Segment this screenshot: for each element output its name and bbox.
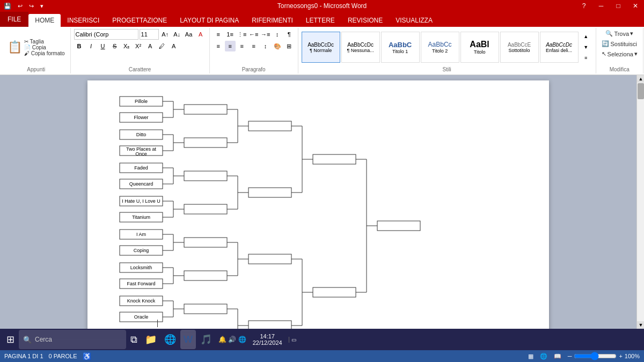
- bold-btn[interactable]: B: [74, 41, 85, 51]
- styles-expand-btn[interactable]: ≡: [581, 53, 591, 63]
- vertical-scrollbar[interactable]: ▲ ▼: [636, 75, 644, 329]
- tab-lettere[interactable]: LETTERE: [299, 14, 341, 27]
- font-name-input[interactable]: [74, 29, 138, 40]
- style-normale[interactable]: AaBbCcDc ¶ Normale: [302, 32, 340, 63]
- file-explorer-btn[interactable]: 📁: [142, 330, 160, 349]
- shading-btn[interactable]: A: [169, 41, 179, 51]
- scroll-up-btn[interactable]: ▲: [637, 75, 644, 83]
- increase-indent-btn[interactable]: →≡: [260, 29, 271, 40]
- styles-down-btn[interactable]: ▼: [581, 42, 591, 53]
- justify-btn[interactable]: ≡: [248, 41, 259, 51]
- clock[interactable]: 14:17 22/12/2024: [248, 333, 287, 346]
- subscript-btn[interactable]: X₂: [121, 41, 132, 51]
- paste-btn[interactable]: 📋 ✂ Taglia 📄 Copia 🖌 Copia formato: [5, 38, 67, 57]
- font-size-input[interactable]: [140, 29, 159, 40]
- customize-qat-btn[interactable]: ▾: [39, 3, 45, 10]
- show-desktop-btn[interactable]: ▭: [289, 337, 296, 343]
- scroll-thumb[interactable]: [638, 83, 644, 99]
- styles-gallery: AaBbCcDc ¶ Normale AaBbCcDc ¶ Nessuna...…: [302, 29, 592, 65]
- search-bar[interactable]: 🔍 Cerca: [19, 330, 126, 349]
- tab-layout[interactable]: LAYOUT DI PAGINA: [173, 14, 245, 27]
- zoom-in-btn[interactable]: +: [619, 353, 622, 359]
- sort-btn[interactable]: ↕: [272, 29, 283, 40]
- chrome-btn[interactable]: 🌐: [161, 330, 179, 349]
- borders-btn[interactable]: ⊞: [284, 41, 295, 51]
- svg-text:Oracle: Oracle: [134, 314, 149, 320]
- superscript-btn[interactable]: X²: [133, 41, 144, 51]
- line-spacing-btn[interactable]: ↕: [260, 41, 271, 51]
- clipboard-controls: 📋 ✂ Taglia 📄 Copia 🖌 Copia formato: [5, 29, 67, 65]
- style-enfasi-label: Enfasi deli...: [546, 48, 572, 53]
- style-sottotitolo[interactable]: AaBbCcE Sottotitolo: [500, 32, 539, 63]
- svg-text:Faded: Faded: [134, 165, 148, 171]
- tab-revisione[interactable]: REVISIONE: [341, 14, 389, 27]
- scroll-down-btn[interactable]: ▼: [637, 321, 644, 329]
- maximize-btn[interactable]: □: [610, 0, 627, 12]
- trova-btn[interactable]: 🔍Trova▾: [603, 29, 635, 38]
- taglia-btn[interactable]: ✂ Taglia: [24, 39, 65, 45]
- style-titolo2[interactable]: AaBbCc Titolo 2: [421, 32, 459, 63]
- tab-riferimenti[interactable]: RIFERIMENTI: [245, 14, 299, 27]
- task-view-btn[interactable]: ⧉: [127, 330, 141, 349]
- zoom-out-btn[interactable]: ─: [568, 353, 572, 359]
- align-left-btn[interactable]: ≡: [213, 41, 224, 51]
- tab-visualizza[interactable]: VISUALIZZA: [389, 14, 439, 27]
- copia-btn[interactable]: 📄 Copia: [24, 45, 65, 50]
- help-btn[interactable]: ?: [575, 0, 592, 12]
- svg-rect-101: [313, 154, 356, 164]
- clipboard-group: 📋 ✂ Taglia 📄 Copia 🖌 Copia formato Appun…: [2, 28, 71, 73]
- align-right-btn[interactable]: ≡: [237, 41, 247, 51]
- styles-up-btn[interactable]: ▲: [581, 31, 591, 42]
- word-btn[interactable]: W: [180, 330, 196, 349]
- spotify-btn[interactable]: 🎵: [197, 330, 215, 349]
- start-btn[interactable]: ⊞: [3, 330, 18, 349]
- clock-time: 14:17: [253, 333, 282, 339]
- highlight-btn[interactable]: 🖊: [157, 41, 167, 51]
- bullets-btn[interactable]: ≡: [213, 29, 224, 40]
- document-page[interactable]: Pillole Flower Ditto Two Places at Once: [87, 80, 549, 329]
- tab-progettazione[interactable]: PROGETTAZIONE: [106, 14, 173, 27]
- style-titolo2-label: Titolo 2: [432, 48, 448, 54]
- strikethrough-btn[interactable]: S: [109, 41, 120, 51]
- underline-btn[interactable]: U: [98, 41, 108, 51]
- save-qat-btn[interactable]: 💾: [2, 3, 13, 10]
- decrease-indent-btn[interactable]: ←≡: [248, 29, 259, 40]
- close-btn[interactable]: ✕: [627, 0, 644, 12]
- view-web-btn[interactable]: 🌐: [540, 353, 547, 360]
- taskbar: ⊞ 🔍 Cerca ⧉ 📁 🌐 W 🎵 🔔 🔊 🌐 14:17 22/12/20…: [0, 329, 644, 350]
- minimize-btn[interactable]: ─: [592, 0, 610, 12]
- align-center-btn[interactable]: ≡: [225, 41, 236, 51]
- style-titolo1-label: Titolo 1: [392, 49, 408, 54]
- copia-formato-btn[interactable]: 🖌 Copia formato: [24, 50, 65, 56]
- view-read-btn[interactable]: 📖: [554, 353, 561, 360]
- clear-format-btn[interactable]: A: [195, 29, 206, 40]
- text-color-btn[interactable]: A: [145, 41, 156, 51]
- style-titolo[interactable]: AaBl Titolo: [460, 32, 499, 63]
- seleziona-btn[interactable]: ↖Seleziona▾: [599, 49, 640, 58]
- font-shrink-btn[interactable]: A↓: [172, 29, 182, 40]
- search-text[interactable]: Cerca: [35, 336, 52, 343]
- tab-home[interactable]: HOME: [28, 14, 61, 27]
- view-normal-btn[interactable]: ▦: [528, 353, 533, 360]
- document-scroll[interactable]: Pillole Flower Ditto Two Places at Once: [0, 75, 636, 329]
- modifica-controls: 🔍Trova▾ 🔄Sostituisci ↖Seleziona▾: [599, 29, 640, 65]
- undo-qat-btn[interactable]: ↩: [16, 3, 24, 10]
- tab-file[interactable]: FILE: [0, 12, 28, 27]
- shading-para-btn[interactable]: 🎨: [272, 41, 283, 51]
- accessibility-icon[interactable]: ♿: [83, 352, 91, 360]
- italic-btn[interactable]: I: [86, 41, 97, 51]
- style-nessuna[interactable]: AaBbCcDc ¶ Nessuna...: [341, 32, 380, 63]
- svg-text:Titanium: Titanium: [132, 215, 150, 220]
- font-grow-btn[interactable]: A↑: [160, 29, 171, 40]
- sostituisci-btn[interactable]: 🔄Sostituisci: [599, 39, 639, 48]
- redo-qat-btn[interactable]: ↪: [27, 3, 35, 10]
- zoom-slider[interactable]: [574, 352, 617, 360]
- show-para-btn[interactable]: ¶: [284, 29, 295, 40]
- tab-inserisci[interactable]: INSERISCI: [61, 14, 106, 27]
- style-enfasi[interactable]: AaBbCcDc Enfasi deli...: [540, 32, 579, 63]
- change-case-btn[interactable]: Aa: [184, 29, 194, 40]
- style-titolo1[interactable]: AaBbC Titolo 1: [381, 32, 420, 63]
- zoom-control[interactable]: ─ + 100%: [568, 352, 640, 360]
- numbering-btn[interactable]: 1≡: [225, 29, 236, 40]
- multilevel-btn[interactable]: ⋮≡: [237, 29, 247, 40]
